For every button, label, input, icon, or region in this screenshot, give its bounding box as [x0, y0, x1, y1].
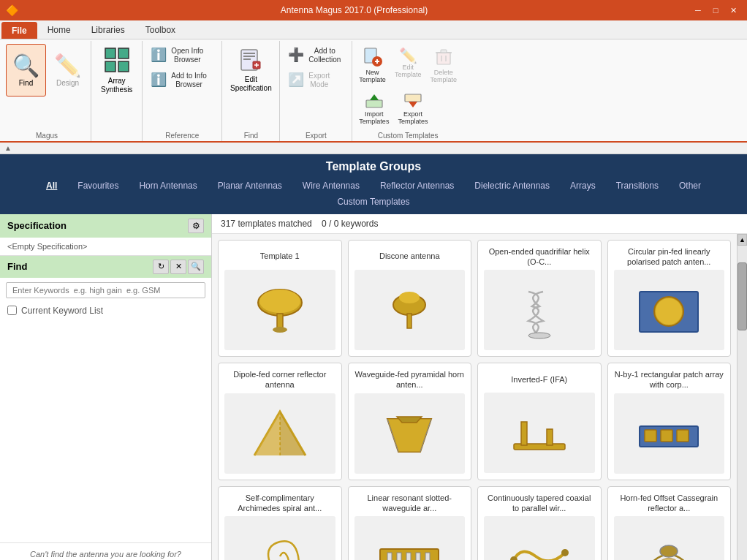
scroll-track[interactable] [737, 246, 747, 560]
maximize-button[interactable]: □ [708, 4, 724, 17]
export-templates-icon [403, 93, 423, 111]
window-controls: ─ □ ✕ [690, 4, 741, 17]
reference-group-label: Reference [145, 130, 219, 140]
edit-specification-button[interactable]: EditSpecification [225, 44, 276, 97]
template-tab-horn-antennas[interactable]: Horn Antennas [129, 178, 207, 194]
scrollbar[interactable]: ▲ ▼ [737, 234, 747, 560]
svg-rect-55 [425, 553, 430, 560]
svg-rect-49 [677, 430, 689, 442]
find-refresh-button[interactable]: ↻ [153, 260, 169, 274]
template-card[interactable]: N-by-1 rectangular patch array with corp… [607, 363, 732, 480]
template-card[interactable]: Horn-fed Offset Cassegrain reflector a..… [607, 486, 732, 560]
template-tab-other[interactable]: Other [669, 178, 711, 194]
export-group-label: Export [283, 130, 349, 140]
find-search-button[interactable]: 🔍 [188, 260, 204, 274]
open-info-label: Open InfoBrowser [171, 47, 203, 64]
template-card-title: Open-ended quadrifilar helix (O-C... [484, 246, 595, 268]
template-card-image [614, 516, 725, 560]
template-tab-all[interactable]: All [36, 178, 67, 194]
spec-header-label: Specification [7, 220, 67, 231]
template-tab-dielectric-antennas[interactable]: Dielectric Antennas [464, 178, 560, 194]
import-templates-button[interactable]: ImportTemplates [355, 90, 393, 129]
spec-body: <Empty Specification> [0, 238, 211, 256]
minimize-button[interactable]: ─ [690, 4, 706, 17]
template-card[interactable]: Continuously tapered coaxial to parallel… [477, 486, 602, 560]
add-collection-button[interactable]: ➕ Add toCollection [283, 44, 349, 67]
delete-template-icon [433, 47, 454, 69]
svg-rect-22 [405, 94, 421, 102]
svg-point-57 [561, 549, 569, 556]
find-button[interactable]: 🔍 Find [6, 44, 46, 97]
template-card-title: Discone antenna [354, 246, 466, 267]
keyword-list-label: Current Keyword List [21, 306, 103, 316]
find-clear-button[interactable]: ✕ [170, 260, 186, 274]
template-card[interactable]: Linear resonant slotted-waveguide ar... [348, 486, 472, 560]
template-card-title: Inverted-F (IFA) [484, 369, 595, 390]
template-tab-transitions[interactable]: Transitions [606, 178, 669, 194]
export-templates-label: ExportTemplates [398, 111, 428, 126]
main-content: Specification ⚙ <Empty Specification> Fi… [0, 214, 747, 560]
template-card[interactable]: Open-ended quadrifilar helix (O-C... [477, 240, 602, 357]
template-tab-planar-antennas[interactable]: Planar Antennas [208, 178, 292, 194]
export-mode-button[interactable]: ↗️ ExportMode [283, 69, 349, 92]
template-card-image [354, 393, 466, 474]
template-card[interactable]: Template 1 [218, 240, 342, 357]
template-card[interactable]: Discone antenna [348, 240, 472, 357]
template-card-image [354, 270, 466, 350]
template-card[interactable]: Inverted-F (IFA) [477, 363, 602, 480]
array-synthesis-label: ArraySynthesis [101, 77, 132, 94]
template-count: 317 [221, 219, 235, 229]
open-info-browser-button[interactable]: ℹ️ Open InfoBrowser [145, 44, 219, 67]
add-info-label: Add to InfoBrowser [171, 72, 206, 89]
template-card-image [614, 270, 725, 350]
svg-rect-15 [437, 53, 450, 64]
collapse-icon[interactable]: ▲ [4, 144, 12, 152]
template-grid-wrapper[interactable]: Template 1 Discone antenna Open-ended qu… [212, 234, 737, 560]
menu-libraries[interactable]: Libraries [81, 20, 135, 39]
keyword-scroll-area[interactable] [0, 319, 211, 542]
close-button[interactable]: ✕ [725, 4, 741, 17]
template-card-image [614, 393, 725, 474]
template-tab-wire-antennas[interactable]: Wire Antennas [292, 178, 370, 194]
search-input[interactable] [6, 282, 205, 298]
keyword-checkbox[interactable] [7, 306, 17, 315]
menu-toolbox[interactable]: Toolbox [135, 20, 186, 39]
template-card[interactable]: Circular pin-fed linearly polarised patc… [607, 240, 732, 357]
template-tab-arrays[interactable]: Arrays [560, 178, 606, 194]
find-group-label: Find [225, 130, 276, 140]
custom-templates-group-label: Custom Templates [355, 130, 460, 140]
new-template-button[interactable]: NewTemplate [355, 44, 390, 87]
svg-rect-53 [406, 553, 411, 560]
scroll-up-arrow[interactable]: ▲ [737, 234, 747, 246]
edit-spec-label: EditSpecification [230, 75, 272, 93]
delete-template-button[interactable]: DeleteTemplate [426, 44, 460, 87]
template-card-title: Dipole-fed corner reflector antenna [224, 369, 335, 390]
find-header-label: Find [7, 261, 27, 272]
template-tab-custom-templates[interactable]: Custom Templates [327, 194, 420, 210]
template-card[interactable]: Self-complimentary Archimedes spiral ant… [218, 486, 342, 560]
edit-template-button[interactable]: ✏️ EditTemplate [391, 44, 425, 87]
suggest-area: Can't find the antenna you are looking f… [0, 542, 211, 560]
add-info-browser-button[interactable]: ℹ️ Add to InfoBrowser [145, 69, 219, 92]
app-logo: 🔶 [6, 4, 18, 16]
design-button[interactable]: ✏️ Design [48, 44, 88, 97]
template-card-image [224, 393, 335, 474]
template-card[interactable]: Waveguide-fed pyramidal horn anten... [348, 363, 472, 480]
svg-rect-7 [243, 58, 251, 60]
export-templates-button[interactable]: ExportTemplates [394, 90, 431, 129]
template-tab-reflector-antennas[interactable]: Reflector Antennas [370, 178, 464, 194]
template-tab-favourites[interactable]: Favourites [67, 178, 129, 194]
spec-settings-button[interactable]: ⚙ [188, 219, 204, 233]
add-coll-label: Add toCollection [308, 47, 341, 64]
delete-template-label: DeleteTemplate [430, 69, 457, 84]
svg-rect-51 [387, 553, 392, 560]
array-synthesis-button[interactable]: ArraySynthesis [94, 44, 139, 97]
menu-file[interactable]: File [1, 22, 37, 39]
scroll-thumb[interactable] [737, 262, 747, 330]
svg-rect-47 [645, 430, 656, 442]
svg-rect-2 [105, 61, 115, 72]
template-card[interactable]: Dipole-fed corner reflector antenna [218, 363, 342, 480]
menu-home[interactable]: Home [37, 20, 81, 39]
title-bar: 🔶 Antenna Magus 2017.0 (Professional) ─ … [0, 0, 747, 20]
ribbon-group-find: EditSpecification Find [222, 41, 280, 141]
